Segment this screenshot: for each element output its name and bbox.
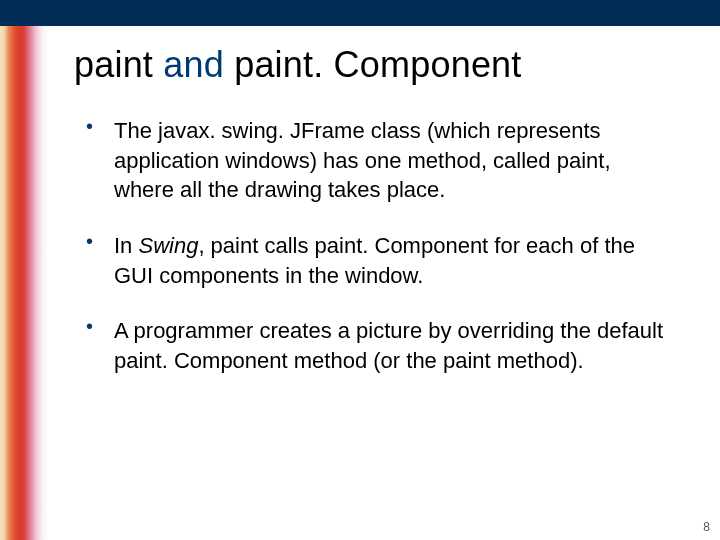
- left-accent-strip: [0, 26, 48, 540]
- list-item: A programmer creates a picture by overri…: [84, 316, 676, 375]
- title-part2: paint. Component: [234, 44, 521, 85]
- slide-content: paint and paint. Component The javax. sw…: [48, 26, 710, 540]
- list-item: The javax. swing. JFrame class (which re…: [84, 116, 676, 205]
- bullet-text-pre: In: [114, 233, 138, 258]
- bullet-list: The javax. swing. JFrame class (which re…: [74, 116, 676, 376]
- top-band: [0, 0, 720, 26]
- list-item: In Swing, paint calls paint. Component f…: [84, 231, 676, 290]
- bullet-text-italic: Swing: [138, 233, 198, 258]
- page-number: 8: [703, 520, 710, 534]
- bullet-text: The javax. swing. JFrame class (which re…: [114, 118, 611, 202]
- bullet-text: A programmer creates a picture by overri…: [114, 318, 663, 373]
- slide-title: paint and paint. Component: [74, 44, 676, 86]
- title-conjunction: and: [153, 44, 234, 85]
- title-part1: paint: [74, 44, 153, 85]
